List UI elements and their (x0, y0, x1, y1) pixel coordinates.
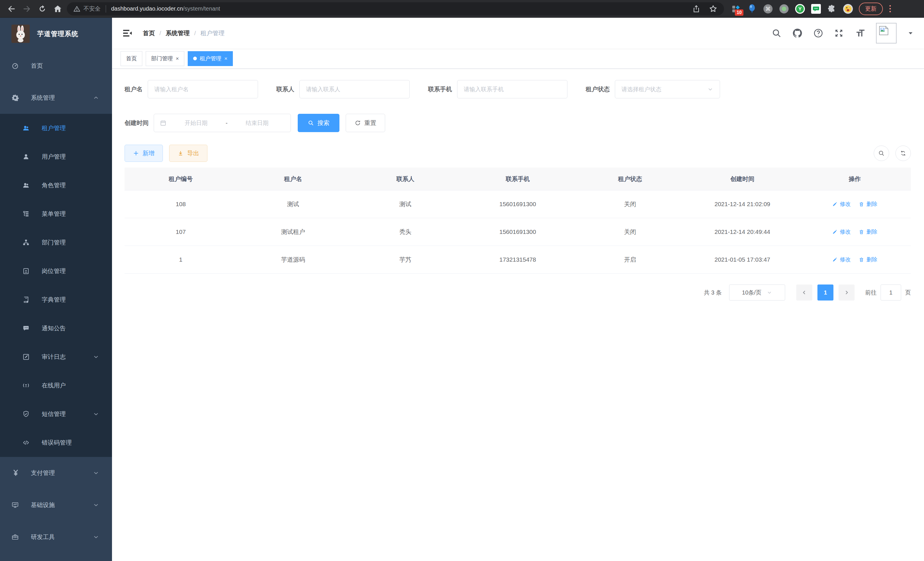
browser-reload-button[interactable] (36, 3, 49, 15)
sidebar-item-user-management[interactable]: 用户管理 (0, 142, 112, 171)
user-icon (22, 153, 35, 160)
sidebar-item-role-management[interactable]: 角色管理 (0, 171, 112, 200)
tenant-name-input[interactable]: 请输入租户名 (148, 80, 258, 98)
balloon-extension-icon[interactable] (747, 4, 757, 14)
filter-row-1: 租户名 请输入租户名 联系人 请输入联系人 联系手机 请输入联系手机 租户状态 … (124, 80, 911, 98)
edit-row-button[interactable]: 修改 (832, 256, 850, 263)
tab-home[interactable]: 首页 (121, 51, 142, 66)
mobile-input[interactable]: 请输入联系手机 (457, 80, 567, 98)
header-search-icon[interactable] (771, 28, 782, 38)
record-extension-icon[interactable] (779, 4, 789, 14)
chevron-right-icon (843, 289, 850, 296)
goto-page-input[interactable]: 1 (880, 284, 901, 301)
edit-row-button[interactable]: 修改 (832, 200, 850, 208)
avatar-caret-down-icon[interactable] (907, 29, 914, 37)
add-button[interactable]: 新增 (124, 145, 163, 162)
tab-department-management[interactable]: 部门管理× (146, 51, 184, 66)
sidebar-item-home[interactable]: 首页 (0, 50, 112, 82)
user-avatar[interactable] (876, 23, 897, 44)
monitor-icon (11, 501, 24, 509)
browser-home-button[interactable] (51, 3, 64, 15)
next-page-button[interactable] (838, 284, 855, 301)
sidebar-item-audit-log[interactable]: 审计日志 (0, 343, 112, 371)
chevron-down-icon (93, 469, 99, 476)
app-logo-row[interactable]: 芋道管理系统 (0, 18, 112, 50)
status-select[interactable]: 请选择租户状态 (615, 80, 720, 98)
breadcrumb-home[interactable]: 首页 (143, 29, 155, 37)
close-tab-icon[interactable]: × (224, 56, 227, 61)
column-header: 联系手机 (461, 175, 574, 183)
cell-contact: 秃头 (349, 228, 461, 236)
sidebar-item-online-users[interactable]: 在线用户 (0, 371, 112, 400)
sidebar-item-label: 系统管理 (31, 94, 55, 102)
profile-avatar-icon[interactable] (843, 4, 853, 14)
date-range-picker[interactable]: 开始日期 - 结束日期 (154, 114, 291, 132)
url-text[interactable]: dashboard.yudao.iocoder.cn/system/tenant (111, 5, 220, 12)
sidebar-item-dict-management[interactable]: 字典管理 (0, 285, 112, 314)
sidebar-item-system-management[interactable]: 系统管理 (0, 82, 112, 114)
warning-triangle-icon (73, 5, 81, 13)
toolbox-icon (11, 533, 24, 541)
close-tab-icon[interactable]: × (176, 56, 179, 61)
page-size-select[interactable]: 10条/页 (729, 284, 785, 301)
sidebar-item-tenant-management[interactable]: 租户管理 (0, 114, 112, 142)
sidebar-item-dev-tools[interactable]: 研发工具 (0, 521, 112, 553)
contact-input[interactable]: 请输入联系人 (299, 80, 410, 98)
edit-icon (832, 201, 838, 207)
sidebar-item-label: 通知公告 (42, 324, 66, 332)
sidebar-item-notice[interactable]: 通知公告 (0, 314, 112, 343)
column-header: 操作 (799, 175, 911, 183)
extensions-strip: 10⌘Y (731, 4, 853, 14)
prev-page-button[interactable] (796, 284, 812, 301)
bookmark-star-icon[interactable] (709, 4, 718, 14)
delete-row-button[interactable]: 删除 (859, 256, 877, 263)
sidebar-item-department-management[interactable]: 部门管理 (0, 228, 112, 257)
sidebar-item-error-code-management[interactable]: 错误码管理 (0, 428, 112, 457)
chevron-left-icon (801, 289, 807, 296)
tab-label: 租户管理 (200, 55, 221, 62)
browser-forward-button[interactable] (21, 3, 33, 15)
breadcrumb-system[interactable]: 系统管理 (166, 29, 190, 37)
export-button[interactable]: 导出 (169, 145, 207, 162)
sidebar-item-menu-management[interactable]: 菜单管理 (0, 200, 112, 228)
sidebar-item-post-management[interactable]: 岗位管理 (0, 257, 112, 285)
sidebar-collapse-icon[interactable] (122, 27, 133, 39)
delete-row-button[interactable]: 删除 (859, 200, 877, 208)
page-number-active[interactable]: 1 (818, 284, 833, 301)
help-icon[interactable] (813, 28, 824, 38)
fullscreen-icon[interactable] (834, 28, 844, 38)
browser-back-button[interactable] (5, 3, 18, 15)
chevron-down-icon (93, 534, 99, 540)
share-icon[interactable] (692, 5, 700, 13)
update-button[interactable]: 更新 (859, 3, 883, 15)
delete-row-button[interactable]: 删除 (859, 228, 877, 236)
grid-extension-icon[interactable]: 10 (731, 4, 741, 14)
plus-icon (133, 150, 139, 156)
y-logo-extension-icon[interactable]: Y (795, 4, 805, 14)
sidebar-item-sms-management[interactable]: 短信管理 (0, 400, 112, 428)
tab-tenant-management[interactable]: 租户管理× (188, 51, 233, 66)
address-bar[interactable]: 不安全 dashboard.yudao.iocoder.cn/system/te… (67, 2, 724, 15)
chat-extension-icon[interactable] (811, 4, 821, 14)
font-size-icon[interactable] (854, 28, 866, 38)
command-extension-icon[interactable]: ⌘ (763, 4, 773, 14)
edit-row-button[interactable]: 修改 (832, 228, 850, 236)
puzzle-extension-icon[interactable] (827, 4, 837, 14)
refresh-table-button[interactable] (896, 146, 911, 161)
chevron-down-icon (766, 290, 772, 295)
sidebar-item-label: 角色管理 (42, 181, 66, 189)
page-unit-label: 页 (905, 289, 911, 296)
table-row: 108测试测试15601691300关闭2021-12-14 21:02:09修… (124, 190, 911, 218)
github-icon[interactable] (792, 28, 803, 39)
security-warning[interactable]: 不安全 (73, 5, 100, 13)
date-end-placeholder[interactable]: 结束日期 (229, 119, 285, 127)
date-start-placeholder[interactable]: 开始日期 (168, 119, 224, 127)
reset-button[interactable]: 重置 (346, 114, 385, 132)
sidebar-item-payment-management[interactable]: 支付管理 (0, 457, 112, 489)
search-button[interactable]: 搜索 (298, 114, 339, 132)
cell-name: 测试 (237, 200, 349, 208)
toggle-search-button[interactable] (874, 146, 889, 161)
sidebar-item-infrastructure[interactable]: 基础设施 (0, 489, 112, 521)
browser-menu-icon[interactable] (886, 3, 894, 15)
mobile-label: 联系手机 (428, 85, 452, 93)
